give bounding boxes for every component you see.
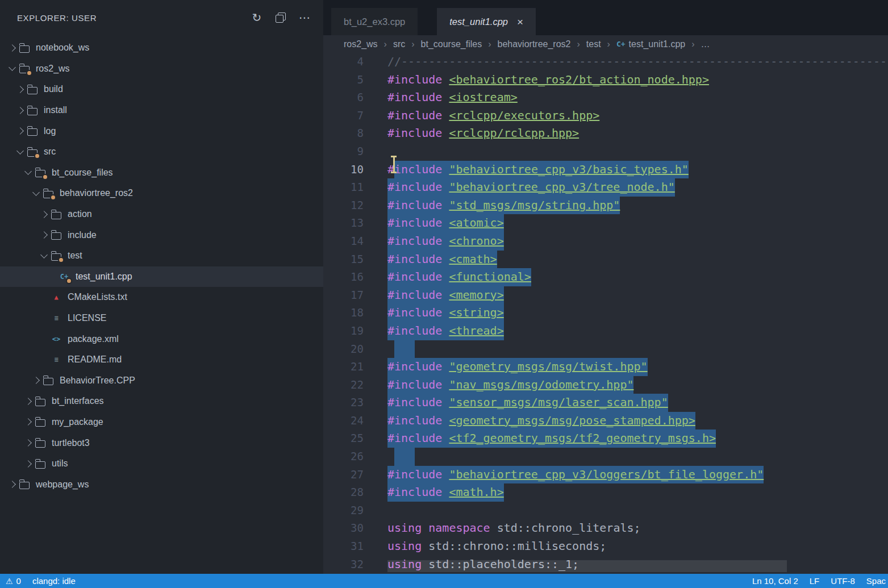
- horizontal-scrollbar-thumb[interactable]: [387, 560, 787, 572]
- tree-item-log[interactable]: log: [0, 120, 323, 141]
- breadcrumb-item-ros2_ws[interactable]: ros2_ws: [344, 39, 378, 49]
- chevron-right-icon: [22, 419, 34, 424]
- breadcrumb-item-test_unit1.cpp[interactable]: C+test_unit1.cpp: [616, 39, 685, 49]
- tree-item-BehaviorTree.CPP[interactable]: BehaviorTree.CPP: [0, 370, 323, 391]
- tree-item-notebook_ws[interactable]: notebook_ws: [0, 37, 323, 59]
- status-indentation[interactable]: Spac: [866, 576, 886, 586]
- breadcrumb-item-behaviortree_ros2[interactable]: behaviortree_ros2: [498, 39, 571, 49]
- code-line-text[interactable]: #include "behaviortree_cpp_v3/tree_node.…: [387, 178, 675, 197]
- line-number: 15: [323, 251, 364, 269]
- tree-item-LICENSE[interactable]: ≡LICENSE: [0, 308, 323, 329]
- problems-icon: ⚠: [6, 577, 13, 586]
- code-line-text[interactable]: #include <cmath>: [387, 251, 497, 269]
- breadcrumb-item-bt_course_files[interactable]: bt_course_files: [421, 39, 482, 49]
- refresh-icon[interactable]: ↻: [249, 10, 264, 25]
- breadcrumb-item-src[interactable]: src: [393, 39, 405, 49]
- folder-icon: [34, 395, 47, 407]
- tab-label: bt_u2_ex3.cpp: [344, 16, 405, 27]
- tree-item-src[interactable]: src: [0, 141, 323, 162]
- tree-item-CMakeLists.txt[interactable]: ▲CMakeLists.txt: [0, 287, 323, 308]
- breadcrumb-item-test[interactable]: test: [586, 39, 601, 49]
- chevron-down-icon: [22, 171, 34, 174]
- folder-icon: [26, 145, 39, 158]
- tree-item-test_unit1.cpp[interactable]: C+test_unit1.cpp: [0, 266, 323, 287]
- tab-test_unit1.cpp[interactable]: test_unit1.cpp×: [437, 8, 536, 35]
- line-number: 6: [323, 89, 364, 107]
- tree-item-README.md[interactable]: ≡README.md: [0, 349, 323, 370]
- folder-icon: [26, 83, 39, 95]
- editor-group: bt_u2_ex3.cpptest_unit1.cpp× ros2_ws›src…: [323, 0, 888, 574]
- folder-icon: [34, 416, 47, 428]
- line-number: 19: [323, 322, 364, 340]
- code-line-text[interactable]: #include <string>: [387, 304, 504, 322]
- vscode-window: EXPLORER: USER ↻⋯ notebook_wsros2_wsbuil…: [0, 0, 888, 588]
- folder-icon: [34, 457, 47, 470]
- tree-item-utils[interactable]: utils: [0, 453, 323, 474]
- line-number: 16: [323, 268, 364, 286]
- code-line-text[interactable]: #include <iostream>: [387, 89, 518, 107]
- close-icon[interactable]: ×: [517, 16, 523, 27]
- more-actions-icon[interactable]: ⋯: [297, 10, 312, 25]
- code-line-text[interactable]: #include <math.h>: [387, 483, 504, 502]
- folder-icon: [26, 125, 39, 137]
- line-number: 30: [323, 519, 364, 537]
- code-line-text[interactable]: #include <functional>: [387, 268, 531, 286]
- tab-bt_u2_ex3.cpp[interactable]: bt_u2_ex3.cpp: [331, 8, 418, 35]
- code-line-text[interactable]: #include <rclcpp/executors.hpp>: [387, 107, 599, 125]
- code-line-text[interactable]: #include <atomic>: [387, 214, 504, 232]
- list-file-icon: ≡: [50, 312, 62, 324]
- code-line-text[interactable]: #include <behaviortree_ros2/bt_action_no…: [387, 71, 709, 89]
- code-line-text[interactable]: #include <rclcpp/rclcpp.hpp>: [387, 124, 579, 143]
- code-line: 25#include <tf2_geometry_msgs/tf2_geomet…: [323, 429, 888, 448]
- tree-item-ros2_ws[interactable]: ros2_ws: [0, 59, 323, 80]
- status-problems[interactable]: ⚠0: [6, 576, 21, 586]
- code-line-text[interactable]: using std::chrono::milliseconds;: [387, 537, 606, 556]
- tree-item-label: README.md: [68, 355, 122, 365]
- code-area[interactable]: 4//-------------------------------------…: [323, 53, 888, 574]
- code-line-text[interactable]: #include <geometry_msgs/msg/pose_stamped…: [387, 412, 695, 430]
- code-line: 16#include <functional>: [323, 268, 888, 286]
- breadcrumb-separator: ›: [411, 39, 414, 49]
- tree-item-my_package[interactable]: my_package: [0, 412, 323, 433]
- status-cursor-position[interactable]: Ln 10, Col 2: [752, 576, 798, 586]
- code-line-text[interactable]: #include "std_msgs/msg/string.hpp": [387, 197, 620, 215]
- code-line-text[interactable]: [387, 340, 415, 358]
- line-number: 32: [323, 556, 364, 574]
- line-number: 21: [323, 358, 364, 376]
- tree-item-test[interactable]: test: [0, 245, 323, 266]
- line-number: 14: [323, 232, 364, 251]
- tree-item-include[interactable]: include: [0, 224, 323, 245]
- status-eol-sequence[interactable]: LF: [810, 576, 820, 586]
- code-line-text[interactable]: #include <thread>: [387, 322, 504, 340]
- code-line-text[interactable]: #include "behaviortree_cpp_v3/basic_type…: [387, 161, 689, 179]
- tree-item-action[interactable]: action: [0, 204, 323, 225]
- code-line: 17#include <memory>: [323, 286, 888, 305]
- code-line-text[interactable]: [387, 448, 415, 466]
- collapse-folders-icon[interactable]: [273, 10, 288, 25]
- chevron-down-icon: [14, 151, 26, 153]
- tree-item-bt_interfaces[interactable]: bt_interfaces: [0, 391, 323, 412]
- code-line-text[interactable]: #include <tf2_geometry_msgs/tf2_geometry…: [387, 429, 716, 448]
- tree-item-install[interactable]: install: [0, 100, 323, 121]
- code-line-text[interactable]: #include "nav_msgs/msg/odometry.hpp": [387, 376, 633, 394]
- code-line-text[interactable]: #include "sensor_msgs/msg/laser_scan.hpp…: [387, 394, 668, 412]
- line-number: 9: [323, 143, 364, 161]
- tree-item-webpage_ws[interactable]: webpage_ws: [0, 474, 323, 495]
- code-line-text[interactable]: #include "geometry_msgs/msg/twist.hpp": [387, 358, 648, 376]
- tree-item-package.xml[interactable]: <>package.xml: [0, 328, 323, 349]
- code-line: 13#include <atomic>: [323, 214, 888, 232]
- chevron-right-icon: [22, 461, 34, 466]
- breadcrumb-overflow[interactable]: …: [701, 39, 710, 49]
- tab-bar: bt_u2_ex3.cpptest_unit1.cpp×: [323, 0, 888, 35]
- code-line-text[interactable]: //--------------------------------------…: [387, 53, 888, 71]
- code-line-text[interactable]: #include <chrono>: [387, 232, 504, 251]
- status-clangd-status[interactable]: clangd: idle: [32, 576, 76, 586]
- code-line-text[interactable]: #include "behaviortree_cpp_v3/loggers/bt…: [387, 466, 764, 484]
- tree-item-bt_course_files[interactable]: bt_course_files: [0, 162, 323, 184]
- tree-item-behaviortree_ros2[interactable]: behaviortree_ros2: [0, 183, 323, 204]
- code-line-text[interactable]: using namespace std::chrono_literals;: [387, 519, 641, 537]
- tree-item-turtlebot3[interactable]: turtlebot3: [0, 432, 323, 453]
- status-encoding[interactable]: UTF-8: [831, 576, 855, 586]
- code-line-text[interactable]: #include <memory>: [387, 286, 504, 305]
- tree-item-build[interactable]: build: [0, 79, 323, 100]
